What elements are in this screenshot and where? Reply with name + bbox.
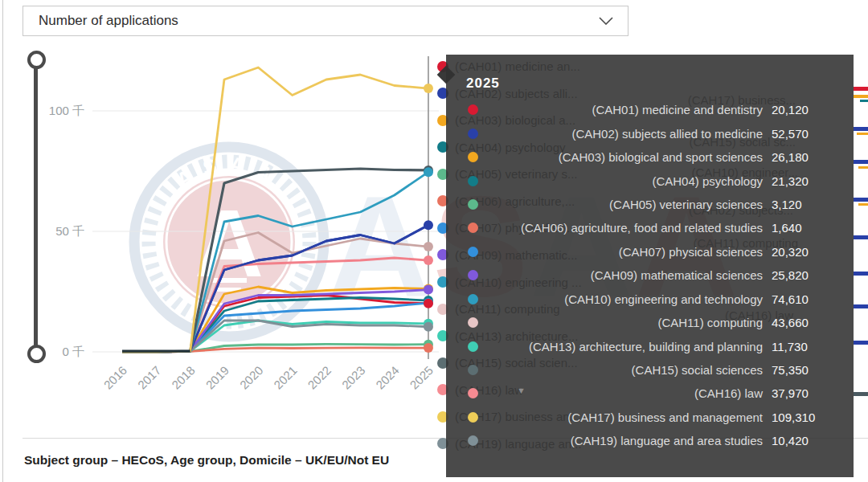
tooltip-row-10: (CAH11) computing43,660 bbox=[446, 311, 854, 334]
tooltip-series-value: 20,120 bbox=[772, 103, 845, 116]
tooltip-series-dot bbox=[468, 294, 478, 304]
x-axis-tick-label: 2025 bbox=[407, 363, 436, 392]
tooltip-row-14: (CAH17) business and management109,310 bbox=[446, 406, 854, 429]
series-endpoint-dot-CAH01 bbox=[424, 299, 433, 308]
tooltip-rows: (CAH01) medicine and dentistry20,120(CAH… bbox=[446, 98, 854, 453]
tooltip-year-title: 2025 bbox=[466, 76, 500, 92]
background-bar-stub bbox=[857, 133, 868, 135]
tooltip-series-dot bbox=[468, 412, 478, 423]
background-bar-stub bbox=[854, 87, 868, 91]
x-axis-tick-label: 2016 bbox=[101, 363, 130, 392]
x-axis-tick-label: 2017 bbox=[135, 363, 164, 392]
series-endpoint-dot-CAH11 bbox=[424, 242, 433, 251]
series-endpoint-dot-CAH02 bbox=[424, 220, 433, 230]
x-axis-tick-label: 2020 bbox=[237, 363, 266, 392]
tooltip-row-4: (CAH04) psychology21,320 bbox=[446, 169, 854, 192]
series-line-CAH16 bbox=[122, 258, 428, 352]
tooltip-series-label: (CAH17) business and management bbox=[487, 411, 763, 424]
y-axis-tick-label: 50 千 bbox=[55, 224, 84, 238]
tooltip-series-dot bbox=[468, 199, 478, 210]
tooltip-series-label: (CAH01) medicine and dentistry bbox=[487, 103, 763, 116]
tooltip-series-dot bbox=[468, 104, 478, 115]
series-endpoint-dot-CAH06 bbox=[424, 343, 433, 353]
tooltip-row-7: (CAH07) physical sciences20,320 bbox=[446, 240, 854, 263]
tooltip-series-value: 26,180 bbox=[772, 150, 845, 164]
tooltip-series-value: 10,420 bbox=[772, 434, 845, 447]
background-bar-stub bbox=[854, 392, 868, 396]
tooltip-series-label: (CAH13) architecture, building and plann… bbox=[487, 340, 763, 353]
tooltip-series-label: (CAH10) engineering and technology bbox=[487, 292, 763, 306]
background-bar-stub bbox=[854, 341, 868, 345]
tooltip-series-dot bbox=[468, 388, 478, 398]
tooltip-row-13: (CAH16) law37,970 bbox=[446, 382, 854, 405]
tooltip-series-value: 52,570 bbox=[772, 127, 845, 141]
background-bar-stub bbox=[854, 127, 868, 131]
tooltip-row-11: (CAH13) architecture, building and plann… bbox=[446, 334, 854, 357]
background-bar-stub bbox=[854, 198, 868, 202]
app-canvas: Number of applications ASAA A ASAA 0 千50… bbox=[0, 0, 868, 482]
tooltip-series-dot bbox=[468, 223, 478, 233]
series-line-CAH17 bbox=[122, 67, 428, 352]
tooltip-series-label: (CAH04) psychology bbox=[487, 174, 763, 188]
x-axis-tick-label: 2024 bbox=[373, 363, 402, 392]
tooltip-series-value: 3,120 bbox=[772, 198, 845, 211]
background-bar-stub bbox=[858, 166, 868, 169]
series-endpoint-dot-CAH19 bbox=[424, 322, 433, 332]
chart-dimensions-title: Subject group – HECoS, Age group, Domici… bbox=[24, 453, 389, 468]
tooltip-row-12: (CAH15) social sciences75,350 bbox=[446, 358, 854, 382]
tooltip-series-value: 109,310 bbox=[772, 411, 845, 424]
x-axis-tick-label: 2018 bbox=[169, 363, 198, 392]
tooltip-series-value: 11,730 bbox=[772, 340, 845, 353]
tooltip-series-label: (CAH06) agriculture, food and related st… bbox=[487, 221, 763, 235]
tooltip-row-6: (CAH06) agriculture, food and related st… bbox=[446, 216, 854, 239]
y-axis-tick-label: 0 千 bbox=[62, 345, 84, 358]
tooltip-series-dot bbox=[468, 176, 478, 186]
tooltip-series-value: 25,820 bbox=[772, 268, 845, 282]
tooltip-series-value: 43,660 bbox=[772, 316, 845, 329]
scroll-down-icon[interactable]: ▼ bbox=[517, 386, 526, 395]
background-bar-stub bbox=[854, 235, 868, 239]
background-bar-stub bbox=[854, 304, 868, 308]
tooltip-series-value: 1,640 bbox=[772, 221, 845, 235]
y-axis-tick-label: 100 千 bbox=[49, 104, 84, 117]
series-endpoint-dot-CAH10 bbox=[424, 167, 433, 177]
tooltip-series-label: (CAH02) subjects allied to medicine bbox=[487, 127, 763, 141]
series-endpoint-dot-CAH09 bbox=[424, 285, 433, 295]
series-endpoint-dot-CAH16 bbox=[424, 255, 433, 265]
tooltip-series-value: 37,970 bbox=[772, 386, 845, 400]
tooltip-series-dot bbox=[468, 129, 478, 139]
background-bar-stub bbox=[854, 272, 868, 276]
tooltip-series-dot bbox=[468, 341, 478, 352]
x-axis-tick-label: 2019 bbox=[203, 363, 231, 392]
tooltip-series-label: (CAH15) social sciences bbox=[487, 363, 763, 377]
tooltip-series-label: (CAH05) veterinary sciences bbox=[487, 198, 763, 211]
tooltip-series-value: 75,350 bbox=[772, 363, 845, 377]
tooltip-series-value: 21,320 bbox=[772, 174, 845, 188]
tooltip-row-2: (CAH02) subjects allied to medicine52,57… bbox=[446, 121, 854, 145]
tooltip-series-label: (CAH11) computing bbox=[487, 316, 763, 329]
tooltip-series-label: (CAH16) law bbox=[487, 386, 763, 400]
tooltip-series-label: (CAH19) language and area studies bbox=[487, 434, 763, 447]
background-bar-stub bbox=[854, 160, 868, 164]
tooltip-series-dot bbox=[468, 270, 478, 280]
tooltip-series-label: (CAH09) mathematical sciences bbox=[487, 268, 763, 282]
series-endpoint-dot-CAH17 bbox=[424, 84, 433, 93]
tooltip-series-value: 74,610 bbox=[772, 292, 845, 306]
tooltip-series-dot bbox=[468, 247, 478, 257]
tooltip-series-label: (CAH07) physical sciences bbox=[487, 245, 763, 259]
tooltip-row-1: (CAH01) medicine and dentistry20,120 bbox=[446, 98, 854, 121]
tooltip-row-9: (CAH10) engineering and technology74,610 bbox=[446, 288, 854, 311]
tooltip-series-dot bbox=[468, 435, 478, 446]
background-bar-stub bbox=[860, 100, 868, 102]
hover-tooltip: 2025 (CAH01) medicine and dentistry20,12… bbox=[446, 55, 854, 477]
x-axis-tick-label: 2023 bbox=[339, 363, 368, 392]
background-bar-stub bbox=[854, 438, 868, 439]
tooltip-row-8: (CAH09) mathematical sciences25,820 bbox=[446, 263, 854, 287]
background-bar-stub bbox=[854, 95, 868, 98]
x-axis-tick-label: 2021 bbox=[271, 363, 300, 392]
tooltip-series-value: 20,320 bbox=[772, 245, 845, 259]
tooltip-series-dot bbox=[468, 365, 478, 375]
tooltip-row-15: (CAH19) language and area studies10,420 bbox=[446, 429, 854, 452]
x-axis-tick-label: 2022 bbox=[305, 363, 334, 392]
tooltip-row-3: (CAH03) biological and sport sciences26,… bbox=[446, 145, 854, 169]
